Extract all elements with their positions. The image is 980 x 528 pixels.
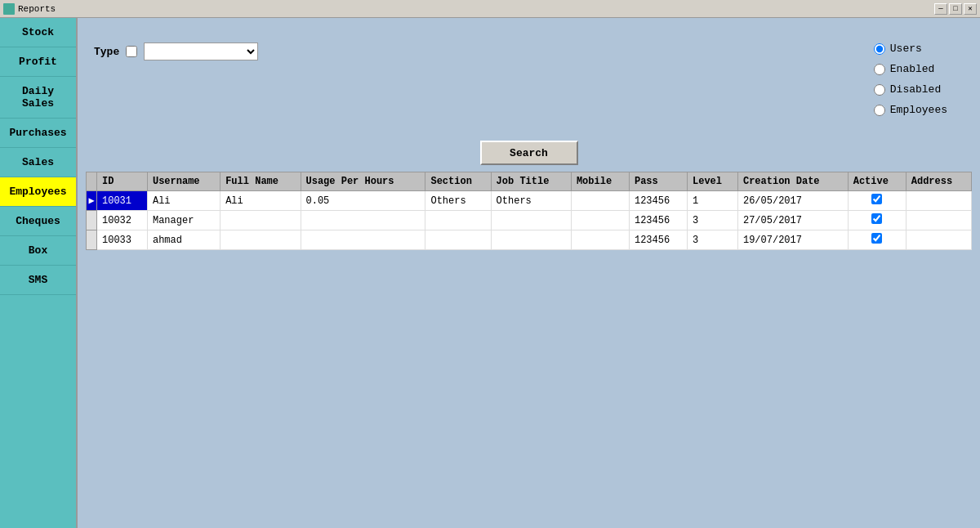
col-creation-date: Creation Date bbox=[737, 172, 848, 191]
col-level: Level bbox=[688, 172, 738, 191]
cell-jobtitle: Others bbox=[491, 191, 571, 211]
radio-users[interactable]: Users bbox=[874, 43, 947, 55]
cell-pass: 123456 bbox=[629, 191, 687, 211]
cell-username: ahmad bbox=[147, 230, 220, 250]
cell-address bbox=[906, 211, 971, 230]
radio-users-label: Users bbox=[890, 43, 922, 55]
row-indicator bbox=[87, 211, 97, 230]
cell-level: 3 bbox=[688, 211, 738, 230]
sidebar-item-sms[interactable]: SMS bbox=[0, 266, 76, 295]
cell-fullname bbox=[220, 211, 301, 230]
type-section: Type bbox=[94, 34, 258, 60]
radio-users-input[interactable] bbox=[874, 43, 885, 55]
col-pass: Pass bbox=[629, 172, 687, 191]
col-id: ID bbox=[97, 172, 148, 191]
cell-usage bbox=[301, 230, 425, 250]
cell-active[interactable] bbox=[848, 230, 906, 250]
type-dropdown[interactable] bbox=[144, 43, 258, 60]
content-area: Type Users Enabled Disabled bbox=[78, 18, 980, 528]
col-active: Active bbox=[848, 172, 906, 191]
radio-enabled-label: Enabled bbox=[890, 63, 935, 75]
radio-enabled-input[interactable] bbox=[874, 64, 885, 75]
search-button[interactable]: Search bbox=[480, 141, 578, 165]
radio-enabled[interactable]: Enabled bbox=[874, 63, 947, 75]
cell-id: 10032 bbox=[97, 211, 148, 230]
table-container: ID Username Full Name Usage Per Hours Se… bbox=[78, 172, 980, 528]
cell-section bbox=[425, 211, 491, 230]
cell-pass: 123456 bbox=[629, 230, 687, 250]
table-header: ID Username Full Name Usage Per Hours Se… bbox=[87, 172, 972, 191]
cell-usage: 0.05 bbox=[301, 191, 425, 211]
col-mobile: Mobile bbox=[571, 172, 629, 191]
maximize-button[interactable]: □ bbox=[949, 3, 962, 15]
row-indicator: ▶ bbox=[87, 191, 97, 211]
data-table: ID Username Full Name Usage Per Hours Se… bbox=[86, 172, 972, 250]
sidebar-item-daily-sales[interactable]: Daily Sales bbox=[0, 77, 76, 119]
sidebar-item-sales[interactable]: Sales bbox=[0, 148, 76, 177]
cell-active[interactable] bbox=[848, 191, 906, 211]
sidebar-item-employees[interactable]: Employees bbox=[0, 177, 76, 207]
cell-fullname: Ali bbox=[220, 191, 301, 211]
cell-section: Others bbox=[425, 191, 491, 211]
cell-address bbox=[906, 230, 971, 250]
cell-creation-date: 19/07/2017 bbox=[737, 230, 848, 250]
minimize-button[interactable]: ─ bbox=[934, 3, 947, 15]
search-section: Search bbox=[78, 132, 980, 172]
radio-employees-label: Employees bbox=[890, 104, 947, 116]
cell-usage bbox=[301, 211, 425, 230]
title-bar-buttons[interactable]: ─ □ ✕ bbox=[934, 3, 977, 15]
close-button[interactable]: ✕ bbox=[964, 3, 977, 15]
radio-disabled[interactable]: Disabled bbox=[874, 83, 947, 96]
sidebar-item-purchases[interactable]: Purchases bbox=[0, 119, 76, 148]
sidebar-item-box[interactable]: Box bbox=[0, 236, 76, 266]
type-label: Type bbox=[94, 46, 119, 58]
cell-mobile bbox=[571, 230, 629, 250]
col-username: Username bbox=[147, 172, 220, 191]
cell-fullname bbox=[220, 230, 301, 250]
app-title: Reports bbox=[18, 4, 56, 14]
radio-employees-input[interactable] bbox=[874, 105, 885, 116]
cell-address bbox=[906, 191, 971, 211]
cell-username: Manager bbox=[147, 211, 220, 230]
radio-employees[interactable]: Employees bbox=[874, 104, 947, 116]
active-checkbox[interactable] bbox=[871, 213, 882, 224]
top-controls: Type Users Enabled Disabled bbox=[78, 18, 980, 132]
table-row[interactable]: ▶10031AliAli0.05OthersOthers123456126/05… bbox=[87, 191, 972, 211]
col-section: Section bbox=[425, 172, 491, 191]
cell-mobile bbox=[571, 191, 629, 211]
cell-jobtitle bbox=[491, 230, 571, 250]
cell-level: 1 bbox=[688, 191, 738, 211]
table-row[interactable]: 10032Manager123456327/05/2017 bbox=[87, 211, 972, 230]
sidebar: Stock Profit Daily Sales Purchases Sales… bbox=[0, 18, 78, 528]
sidebar-item-profit[interactable]: Profit bbox=[0, 47, 76, 77]
active-checkbox[interactable] bbox=[871, 233, 882, 244]
sidebar-item-cheques[interactable]: Cheques bbox=[0, 207, 76, 236]
cell-creation-date: 26/05/2017 bbox=[737, 191, 848, 211]
cell-creation-date: 27/05/2017 bbox=[737, 211, 848, 230]
main-container: Stock Profit Daily Sales Purchases Sales… bbox=[0, 18, 980, 528]
title-bar-left: Reports bbox=[3, 3, 56, 15]
cell-id: 10033 bbox=[97, 230, 148, 250]
radio-group: Users Enabled Disabled Employees bbox=[858, 34, 964, 124]
title-bar: Reports ─ □ ✕ bbox=[0, 0, 980, 18]
row-indicator bbox=[87, 230, 97, 250]
sidebar-item-stock[interactable]: Stock bbox=[0, 18, 76, 47]
cell-jobtitle bbox=[491, 211, 571, 230]
col-fullname: Full Name bbox=[220, 172, 301, 191]
cell-pass: 123456 bbox=[629, 211, 687, 230]
col-jobtitle: Job Title bbox=[491, 172, 571, 191]
cell-active[interactable] bbox=[848, 211, 906, 230]
app-icon bbox=[3, 3, 15, 15]
type-checkbox[interactable] bbox=[126, 46, 137, 57]
col-usage: Usage Per Hours bbox=[301, 172, 425, 191]
col-address: Address bbox=[906, 172, 971, 191]
radio-disabled-input[interactable] bbox=[874, 84, 885, 96]
col-indicator bbox=[87, 172, 97, 191]
cell-id: 10031 bbox=[97, 191, 148, 211]
cell-mobile bbox=[571, 211, 629, 230]
cell-username: Ali bbox=[147, 191, 220, 211]
radio-disabled-label: Disabled bbox=[890, 83, 941, 96]
table-row[interactable]: 10033ahmad123456319/07/2017 bbox=[87, 230, 972, 250]
active-checkbox[interactable] bbox=[871, 194, 882, 204]
cell-level: 3 bbox=[688, 230, 738, 250]
